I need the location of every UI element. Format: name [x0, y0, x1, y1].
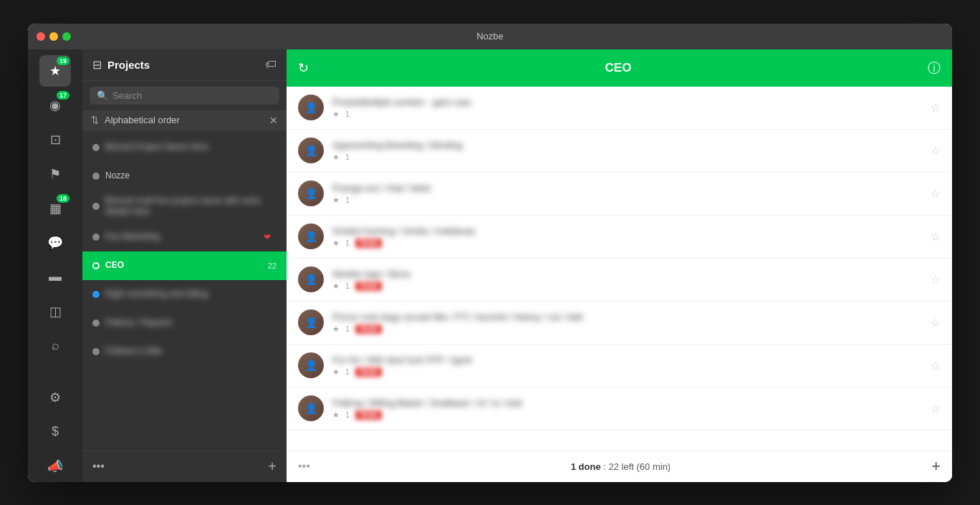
project-dot [92, 203, 100, 210]
task-meta-star-icon: ★ [332, 282, 340, 291]
list-item[interactable]: Fax Marketing ❤ [82, 223, 287, 251]
window-title: Nozbe [476, 31, 504, 42]
sidebar-item-flag[interactable]: ⚑ [39, 158, 71, 190]
sidebar-item-team[interactable]: ◫ [39, 296, 71, 327]
search-bar[interactable]: 🔍 [90, 87, 279, 105]
task-meta: ★ 1 TASK [332, 367, 922, 377]
project-name: Folklore is little [105, 346, 271, 357]
inbox-nav-icon: ⊡ [50, 132, 61, 148]
footer-menu-dots[interactable]: ••• [298, 460, 310, 473]
project-name: Blurred Project Name Here [105, 142, 271, 153]
list-item[interactable]: Folklore is little [82, 337, 287, 366]
app-window: Nozbe ★ 19 ◉ 17 ⊡ ⚑ ▦ 18 💬 [28, 24, 952, 482]
chat-nav-icon: 💬 [47, 235, 63, 251]
table-row[interactable]: 👤 Pricon nols begs accast fillo / FTI / … [287, 302, 952, 345]
task-title: Smidst framing / Smids / indidesas [332, 226, 922, 236]
task-meta-num: 1 [345, 153, 350, 161]
project-dot [92, 173, 100, 180]
sidebar-item-briefcase[interactable]: ▬ [39, 261, 71, 293]
task-title: Nimble tags / Bons [332, 269, 922, 279]
search-input[interactable] [112, 90, 272, 101]
person-nav-icon: ◉ [49, 97, 61, 113]
task-meta-star-icon: ★ [332, 324, 340, 334]
sidebar-item-star[interactable]: ★ 19 [39, 55, 71, 87]
table-row[interactable]: 👤 Folking / Billing Blaisk / Snatback / … [287, 388, 952, 431]
sidebar-item-inbox[interactable]: ⊡ [39, 124, 71, 155]
sidebar-item-person[interactable]: ◉ 17 [39, 90, 71, 121]
task-content: Folking / Billing Blaisk / Snatback / of… [332, 398, 922, 420]
table-row[interactable]: 👤 Produktbefijsk sumber - garci asa ★ 1 … [287, 87, 952, 130]
task-content: Apporenting Breeding / blinding ★ 1 [332, 140, 922, 162]
project-name: Faktury / Nayasni [105, 317, 271, 329]
calendar-nav-icon: ▦ [49, 201, 62, 216]
sort-label: Alphabetical order [105, 115, 264, 125]
sort-arrows-icon: ⇅ [91, 115, 99, 125]
star-favorite-icon[interactable]: ☆ [931, 402, 941, 415]
star-favorite-icon[interactable]: ☆ [931, 359, 941, 372]
close-button[interactable] [37, 32, 45, 41]
refresh-icon[interactable]: ↻ [298, 60, 309, 76]
list-item[interactable]: Eight something and billing [82, 280, 287, 309]
info-icon[interactable]: ⓘ [928, 59, 941, 77]
table-row[interactable]: 👤 Pranga son / that / bitstr ★ 1 ☆ [287, 173, 952, 216]
task-list: 👤 Produktbefijsk sumber - garci asa ★ 1 … [287, 87, 952, 451]
briefcase-nav-icon: ▬ [49, 269, 62, 284]
table-row[interactable]: 👤 Smidst framing / Smids / indidesas ★ 1… [287, 216, 952, 259]
table-row[interactable]: 👤 Apporenting Breeding / blinding ★ 1 ☆ [287, 130, 952, 173]
task-meta-star-icon: ★ [332, 239, 340, 248]
main-content: ↻ CEO ⓘ 👤 Produktbefijsk sumber - garci … [287, 49, 952, 482]
sidebar-item-calendar[interactable]: ▦ 18 [39, 193, 71, 224]
star-nav-icon: ★ [49, 63, 61, 79]
task-badge: TASK [355, 282, 381, 291]
task-badge: TASK [355, 367, 381, 377]
star-favorite-icon[interactable]: ☆ [931, 230, 941, 244]
minimize-button[interactable] [49, 32, 58, 41]
task-meta-star-icon: ★ [332, 367, 340, 377]
sidebar-item-dollar[interactable]: $ [39, 416, 71, 448]
project-name: Eight something and billing [105, 289, 271, 300]
star-favorite-icon[interactable]: ☆ [931, 144, 941, 158]
tag-icon[interactable]: 🏷 [265, 58, 277, 71]
task-title: Produktbefijsk sumber - garci asa [332, 97, 922, 107]
project-dot [92, 234, 100, 241]
projects-header: ⊟ Projects 🏷 [82, 49, 287, 81]
project-name: Fax Marketing [105, 231, 258, 243]
footer-menu-button[interactable]: ••• [92, 460, 105, 473]
star-favorite-icon[interactable]: ☆ [931, 316, 941, 330]
sort-close-icon[interactable]: ✕ [269, 115, 278, 126]
star-favorite-icon[interactable]: ☆ [931, 273, 941, 287]
star-favorite-icon[interactable]: ☆ [931, 101, 941, 115]
project-list: Blurred Project Name Here Nozze Blurred … [82, 133, 287, 451]
avatar: 👤 [298, 309, 324, 335]
list-item[interactable]: Blurred Project Name Here [82, 133, 287, 162]
main-footer: ••• 1 done : 22 left (60 min) + [287, 451, 952, 482]
project-dot-active [92, 262, 100, 269]
task-meta-num: 1 [345, 110, 350, 118]
star-favorite-icon[interactable]: ☆ [931, 187, 941, 201]
sidebar-item-megaphone[interactable]: 📣 [39, 451, 71, 482]
sidebar-item-chat[interactable]: 💬 [39, 227, 71, 259]
task-meta: ★ 1 [332, 110, 922, 119]
task-title: For fot / Nldr dest fuch FFF / lgork [332, 355, 922, 365]
add-task-button[interactable]: + [931, 457, 941, 476]
list-item[interactable]: Faktury / Nayasni [82, 309, 287, 337]
list-item[interactable]: Blurred multi line project name with ext… [82, 191, 287, 223]
avatar: 👤 [298, 395, 324, 421]
list-item-ceo[interactable]: CEO 22 [82, 251, 287, 280]
table-row[interactable]: 👤 For fot / Nldr dest fuch FFF / lgork ★… [287, 345, 952, 388]
add-project-button[interactable]: + [268, 458, 277, 475]
projects-title: Projects [107, 59, 265, 71]
task-content: Nimble tags / Bons ★ 1 TASK [332, 269, 922, 291]
list-item[interactable]: Nozze [82, 162, 287, 191]
search-bar-icon: 🔍 [97, 90, 108, 101]
maximize-button[interactable] [62, 32, 71, 41]
traffic-lights [37, 32, 71, 41]
sort-bar: ⇅ Alphabetical order ✕ [82, 110, 287, 130]
task-meta: ★ 1 [332, 153, 922, 162]
table-row[interactable]: 👤 Nimble tags / Bons ★ 1 TASK ☆ [287, 259, 952, 302]
task-content: Smidst framing / Smids / indidesas ★ 1 T… [332, 226, 922, 248]
task-badge: TASK [355, 324, 381, 334]
flag-nav-icon: ⚑ [49, 166, 61, 182]
sidebar-item-search[interactable]: ⌕ [39, 330, 71, 362]
sidebar-item-gear[interactable]: ⚙ [39, 382, 71, 413]
